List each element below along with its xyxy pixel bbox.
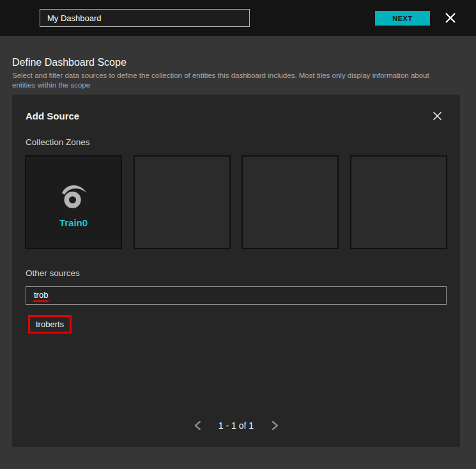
close-icon[interactable]	[444, 12, 457, 24]
pagination-label: 1 - 1 of 1	[219, 420, 254, 431]
page-subtitle: Select and filter data sources to define…	[12, 71, 454, 90]
chevron-left-icon[interactable]	[193, 420, 202, 431]
suggestion-troberts[interactable]: troberts	[28, 315, 72, 334]
extrahop-logo-icon	[59, 181, 88, 211]
zone-tile-empty-2[interactable]	[242, 155, 339, 249]
pagination: 1 - 1 of 1	[193, 420, 279, 431]
other-sources-input[interactable]: trob	[26, 286, 447, 305]
collection-zones-label: Collection Zones	[26, 137, 90, 147]
page-title: Define Dashboard Scope	[12, 57, 127, 68]
topbar: NEXT	[0, 0, 476, 36]
zone-tile-empty-3[interactable]	[350, 155, 447, 249]
modal-close-icon[interactable]	[431, 110, 443, 121]
dashboard-name-input[interactable]	[40, 9, 250, 27]
search-query-text: trob	[33, 289, 49, 302]
zone-name: Train0	[59, 217, 88, 228]
other-sources-label: Other sources	[26, 268, 80, 278]
zone-tile-empty-1[interactable]	[134, 155, 231, 249]
zones-row: Train0	[25, 155, 447, 249]
modal-title: Add Source	[26, 111, 79, 121]
add-source-modal: Add Source Collection Zones Train0 Other…	[12, 95, 460, 447]
zone-tile-train0[interactable]: Train0	[25, 155, 122, 249]
chevron-right-icon[interactable]	[270, 420, 279, 431]
next-button[interactable]: NEXT	[375, 11, 430, 26]
